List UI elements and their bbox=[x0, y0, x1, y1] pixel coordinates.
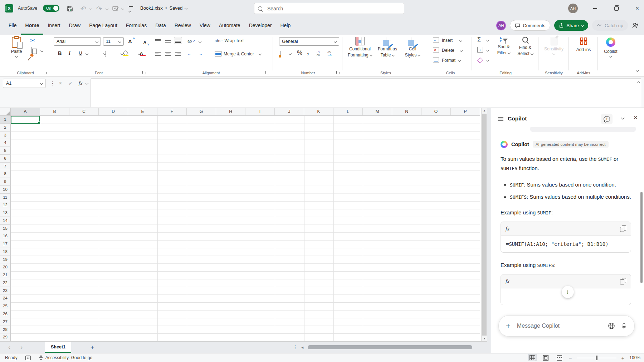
autosum-button[interactable]: Σ bbox=[477, 37, 481, 43]
column-header-a[interactable]: A bbox=[11, 108, 40, 116]
conditional-formatting-button[interactable]: Conditional Formatting bbox=[346, 37, 374, 58]
normal-view-button[interactable] bbox=[528, 354, 537, 361]
row-header-28[interactable]: 28 bbox=[0, 326, 11, 334]
font-name-select[interactable]: Arial bbox=[54, 37, 101, 46]
row-header-16[interactable]: 16 bbox=[0, 232, 11, 240]
catch-up-button[interactable]: Catch up bbox=[592, 20, 628, 31]
tab-review[interactable]: Review bbox=[170, 17, 195, 35]
insert-function-button[interactable] bbox=[77, 79, 84, 87]
selected-cell-a1[interactable] bbox=[11, 116, 40, 124]
row-header-20[interactable]: 20 bbox=[0, 263, 11, 271]
row-header-2[interactable]: 2 bbox=[0, 124, 11, 132]
name-box[interactable]: A1 bbox=[3, 79, 46, 88]
hscroll-left-icon[interactable]: ◀ bbox=[301, 346, 303, 349]
autosum-chevron[interactable] bbox=[486, 39, 489, 41]
zoom-in-icon[interactable]: + bbox=[621, 355, 625, 361]
restore-button[interactable] bbox=[610, 4, 623, 14]
next-sheet-icon[interactable]: › bbox=[17, 343, 26, 352]
increase-font-button[interactable]: A^ bbox=[128, 38, 132, 44]
tab-page-layout[interactable]: Page Layout bbox=[85, 17, 122, 35]
comma-style-button[interactable]: , bbox=[307, 48, 309, 55]
row-header-1[interactable]: 1 bbox=[0, 116, 11, 124]
row-header-19[interactable]: 19 bbox=[0, 256, 11, 264]
excel-app-icon[interactable]: X bbox=[5, 4, 13, 13]
row-header-13[interactable]: 13 bbox=[0, 209, 11, 217]
row-header-5[interactable]: 5 bbox=[0, 147, 11, 155]
enter-entry-button[interactable]: ✓ bbox=[67, 79, 74, 87]
people-icon[interactable] bbox=[632, 22, 639, 29]
microphone-icon[interactable] bbox=[621, 323, 627, 329]
tab-draw[interactable]: Draw bbox=[64, 17, 85, 35]
column-header-d[interactable]: D bbox=[99, 108, 128, 116]
row-header-15[interactable]: 15 bbox=[0, 225, 11, 233]
sort-filter-button[interactable]: AZ Sort & Filter bbox=[494, 37, 513, 55]
copilot-scrollbar-thumb[interactable] bbox=[640, 192, 643, 283]
redo-menu-chevron[interactable] bbox=[106, 7, 108, 10]
tab-file[interactable]: File bbox=[4, 17, 21, 35]
previous-sheet-icon[interactable]: ‹ bbox=[5, 343, 14, 352]
zoom-out-icon[interactable]: − bbox=[569, 355, 572, 361]
column-header-n[interactable]: N bbox=[392, 108, 421, 116]
message-copilot-input[interactable] bbox=[516, 322, 602, 329]
minimize-button[interactable] bbox=[589, 4, 601, 14]
vertical-scroll-thumb[interactable] bbox=[482, 114, 487, 336]
row-header-9[interactable]: 9 bbox=[0, 178, 11, 186]
font-dialog-launcher[interactable] bbox=[142, 71, 146, 74]
copy-formula-icon-2[interactable] bbox=[620, 278, 626, 284]
save-icon[interactable] bbox=[66, 5, 74, 13]
row-header-29[interactable]: 29 bbox=[0, 333, 11, 341]
search-bar[interactable] bbox=[254, 3, 404, 14]
increase-decimal-button[interactable]: ←0.00 bbox=[316, 50, 320, 57]
bold-button[interactable]: B bbox=[58, 50, 62, 56]
column-header-c[interactable]: C bbox=[69, 108, 99, 116]
tab-insert[interactable]: Insert bbox=[43, 17, 64, 35]
zoom-slider[interactable] bbox=[577, 358, 616, 358]
fill-chevron[interactable] bbox=[486, 49, 489, 51]
cells-area[interactable] bbox=[11, 116, 480, 341]
row-header-3[interactable]: 3 bbox=[0, 132, 11, 139]
column-header-o[interactable]: O bbox=[421, 108, 451, 116]
close-button[interactable]: × bbox=[631, 4, 643, 14]
orientation-chevron[interactable] bbox=[199, 40, 201, 43]
row-header-26[interactable]: 26 bbox=[0, 310, 11, 318]
tab-data[interactable]: Data bbox=[151, 17, 170, 35]
copilot-message-input[interactable]: + bbox=[498, 315, 635, 337]
italic-button[interactable]: I bbox=[69, 50, 70, 56]
row-header-22[interactable]: 22 bbox=[0, 279, 11, 287]
percent-style-button[interactable]: % bbox=[297, 50, 302, 56]
tab-automate[interactable]: Automate bbox=[215, 17, 245, 35]
format-as-table-button[interactable]: Format as Table bbox=[376, 37, 399, 58]
column-header-h[interactable]: H bbox=[216, 108, 245, 116]
column-header-f[interactable]: F bbox=[157, 108, 187, 116]
decrease-font-button[interactable]: Av bbox=[143, 40, 146, 45]
cell-styles-button[interactable]: Cell Styles bbox=[401, 37, 424, 58]
row-header-10[interactable]: 10 bbox=[0, 186, 11, 194]
underline-button[interactable]: U bbox=[79, 50, 82, 56]
paste-button[interactable]: Paste bbox=[6, 37, 26, 57]
column-header-i[interactable]: I bbox=[245, 108, 275, 116]
user-avatar[interactable]: AH bbox=[496, 21, 506, 30]
search-input[interactable] bbox=[267, 5, 400, 12]
name-box-options[interactable]: ⋮ bbox=[49, 79, 57, 87]
decrease-decimal-button[interactable]: .00→0 bbox=[327, 50, 331, 57]
accounting-chevron[interactable] bbox=[289, 52, 292, 55]
column-header-j[interactable]: J bbox=[275, 108, 304, 116]
delete-cells-button[interactable]: Delete bbox=[433, 48, 462, 53]
tab-help[interactable]: Help bbox=[276, 17, 295, 35]
ink-replay-icon[interactable] bbox=[112, 5, 119, 13]
accessibility-status[interactable]: Accessibility: Good to go bbox=[39, 355, 92, 361]
accounting-format-button[interactable] bbox=[280, 51, 280, 57]
attach-plus-icon[interactable]: + bbox=[506, 321, 511, 331]
find-select-button[interactable]: Find & Select bbox=[515, 37, 535, 56]
sheet-options-icon[interactable]: ⋮ bbox=[293, 344, 298, 349]
page-layout-view-button[interactable] bbox=[542, 354, 550, 361]
align-left-button[interactable] bbox=[155, 52, 161, 56]
undo-menu-chevron[interactable] bbox=[89, 7, 92, 10]
add-sheet-icon[interactable]: + bbox=[88, 343, 97, 352]
column-header-b[interactable]: B bbox=[40, 108, 69, 116]
format-cells-button[interactable]: Format bbox=[433, 58, 460, 63]
zoom-level[interactable]: 100% bbox=[629, 355, 640, 360]
alignment-dialog-launcher[interactable] bbox=[265, 71, 269, 74]
tab-view[interactable]: View bbox=[195, 17, 215, 35]
collapse-ribbon-chevron[interactable] bbox=[636, 69, 639, 72]
